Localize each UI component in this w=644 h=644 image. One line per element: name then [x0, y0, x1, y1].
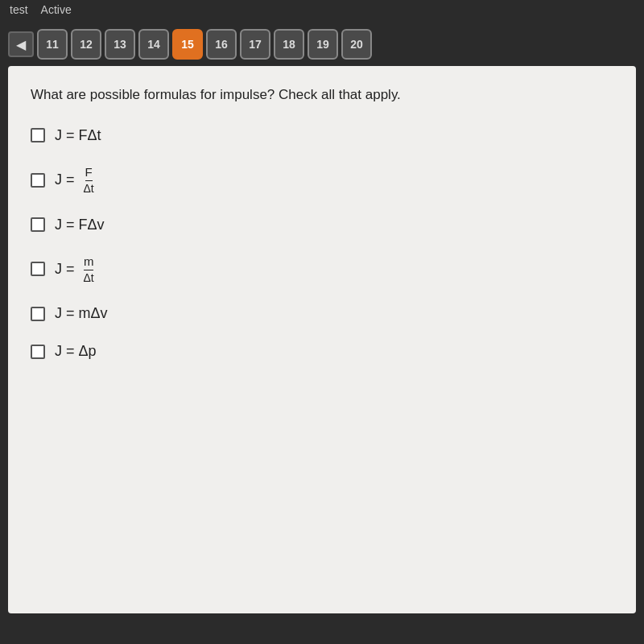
question-nav-btn-14[interactable]: 14 [138, 29, 169, 60]
formula-c-text: J = FΔv [55, 217, 105, 233]
question-text: What are possible formulas for impulse? … [31, 85, 613, 105]
question-nav-btn-12[interactable]: 12 [71, 29, 101, 60]
option-b-row: J = F Δt [31, 165, 613, 196]
option-e-checkbox[interactable] [31, 307, 45, 321]
question-nav-btn-19[interactable]: 19 [308, 29, 338, 60]
back-arrow-icon: ◀ [16, 37, 26, 52]
formula-b-fraction: F Δt [84, 165, 94, 196]
formula-f-text: J = Δp [55, 343, 97, 360]
option-c-checkbox[interactable] [31, 217, 45, 232]
question-nav-btn-17[interactable]: 17 [240, 29, 270, 60]
question-nav-btn-16[interactable]: 16 [206, 29, 237, 60]
option-a-row: J = FΔt [31, 127, 613, 144]
question-nav-btn-15[interactable]: 15 [172, 29, 203, 60]
formula-d-fraction: m Δt [84, 254, 94, 285]
question-content-area: What are possible formulas for impulse? … [8, 66, 636, 613]
status-test-label: test [10, 3, 28, 16]
option-b-formula: J = F Δt [55, 165, 96, 196]
option-f-formula: J = Δp [55, 343, 97, 360]
status-bar: test Active [0, 0, 644, 23]
status-active-label: Active [41, 3, 72, 16]
option-e-row: J = mΔv [31, 305, 613, 322]
option-f-checkbox[interactable] [31, 345, 45, 359]
option-c-row: J = FΔv [31, 217, 613, 233]
option-b-checkbox[interactable] [31, 173, 45, 188]
option-d-row: J = m Δt [31, 254, 613, 285]
option-a-checkbox[interactable] [31, 128, 45, 142]
nav-back-button[interactable]: ◀ [8, 31, 34, 57]
option-e-formula: J = mΔv [55, 305, 108, 322]
question-nav-btn-18[interactable]: 18 [274, 29, 304, 60]
question-nav-bar: ◀ 11 12 13 14 15 16 17 18 19 20 [0, 23, 644, 66]
formula-a-text: J = FΔt [55, 127, 101, 144]
option-d-checkbox[interactable] [31, 262, 45, 276]
formula-d-numerator: m [84, 254, 94, 270]
option-a-formula: J = FΔt [55, 127, 101, 144]
formula-d-denominator: Δt [84, 270, 94, 285]
formula-b-numerator: F [85, 165, 93, 181]
formula-d-j-equals: J = [55, 261, 79, 278]
formula-b-j-equals: J = [55, 171, 79, 188]
option-f-row: J = Δp [31, 343, 613, 360]
option-c-formula: J = FΔv [55, 217, 105, 233]
question-nav-btn-20[interactable]: 20 [341, 29, 372, 60]
question-nav-btn-11[interactable]: 11 [37, 29, 68, 60]
question-nav-btn-13[interactable]: 13 [105, 29, 135, 60]
option-d-formula: J = m Δt [55, 254, 96, 285]
formula-e-text: J = mΔv [55, 305, 108, 322]
formula-b-denominator: Δt [84, 181, 94, 196]
